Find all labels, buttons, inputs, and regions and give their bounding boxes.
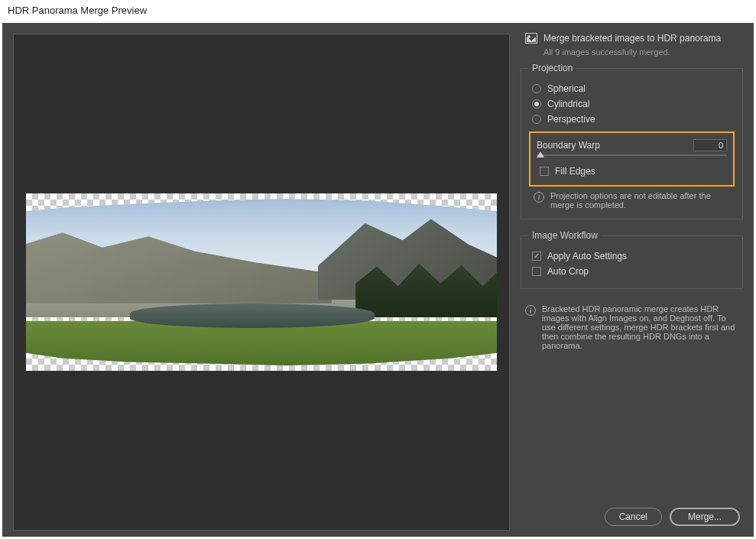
radio-label: Cylindrical bbox=[547, 99, 589, 109]
radio-icon bbox=[532, 115, 541, 124]
merge-button[interactable]: Merge... bbox=[670, 508, 740, 526]
panorama-preview-image bbox=[26, 193, 497, 371]
projection-perspective-radio[interactable]: Perspective bbox=[529, 112, 735, 127]
projection-spherical-radio[interactable]: Spherical bbox=[529, 81, 735, 96]
projection-note: Projection options are not editable afte… bbox=[550, 191, 730, 209]
merge-header-label: Merge bracketed images to HDR panorama bbox=[543, 33, 721, 44]
boundary-warp-label: Boundary Warp bbox=[537, 140, 600, 151]
hdr-panorama-icon bbox=[525, 33, 537, 44]
apply-auto-settings-checkbox[interactable]: Apply Auto Settings bbox=[529, 248, 735, 264]
radio-icon bbox=[532, 99, 541, 109]
projection-legend: Projection bbox=[529, 63, 576, 73]
radio-label: Spherical bbox=[547, 83, 586, 94]
image-workflow-group: Image Workflow Apply Auto Settings Auto … bbox=[521, 230, 743, 289]
checkbox-label: Fill Edges bbox=[555, 166, 595, 177]
checkbox-label: Apply Auto Settings bbox=[547, 251, 627, 261]
boundary-warp-input[interactable] bbox=[693, 139, 727, 151]
options-panel: Merge bracketed images to HDR panorama A… bbox=[516, 23, 754, 537]
slider-thumb-icon bbox=[537, 151, 544, 157]
checkbox-icon bbox=[532, 252, 541, 261]
projection-cylindrical-radio[interactable]: Cylindrical bbox=[529, 96, 735, 112]
window-title: HDR Panorama Merge Preview bbox=[0, 0, 756, 23]
workflow-legend: Image Workflow bbox=[529, 230, 601, 241]
boundary-warp-slider[interactable] bbox=[537, 154, 727, 156]
projection-group: Projection Spherical Cylindrical Perspec… bbox=[521, 63, 743, 219]
info-icon: i bbox=[534, 192, 544, 203]
footer-note: Bracketed HDR panoramic merge creates HD… bbox=[542, 304, 738, 350]
merge-status-text: All 9 images successfully merged. bbox=[521, 46, 743, 63]
cancel-button[interactable]: Cancel bbox=[605, 508, 662, 526]
fill-edges-checkbox[interactable]: Fill Edges bbox=[537, 164, 727, 179]
boundary-warp-highlight: Boundary Warp Fill Edges bbox=[529, 132, 735, 187]
radio-icon bbox=[532, 84, 541, 93]
info-icon: i bbox=[525, 305, 536, 316]
checkbox-icon bbox=[540, 167, 549, 176]
auto-crop-checkbox[interactable]: Auto Crop bbox=[529, 264, 735, 279]
radio-label: Perspective bbox=[547, 114, 595, 125]
preview-pane bbox=[13, 34, 510, 531]
dialog-body: Merge bracketed images to HDR panorama A… bbox=[2, 23, 754, 537]
checkbox-label: Auto Crop bbox=[547, 266, 589, 277]
checkbox-icon bbox=[532, 267, 541, 276]
